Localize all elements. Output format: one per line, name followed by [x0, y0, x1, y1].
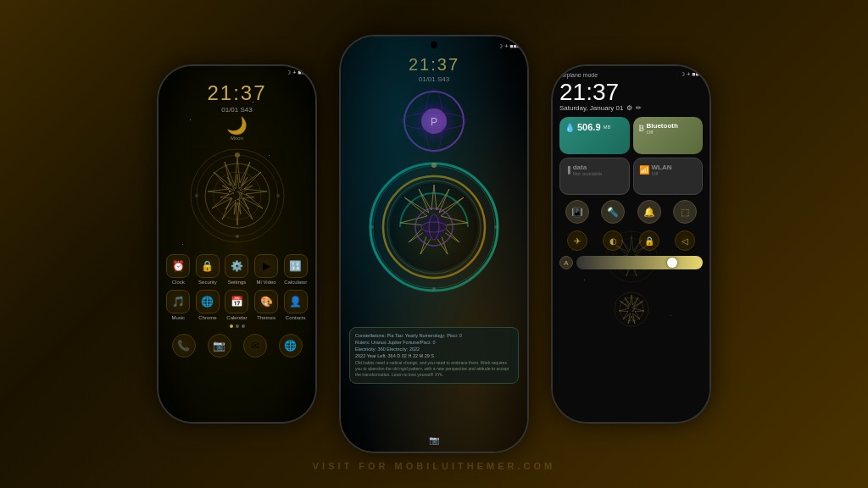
brightness-icon[interactable]: A	[559, 256, 573, 269]
moon-widget: 🌙 Moon	[159, 115, 315, 141]
dot-1	[230, 324, 233, 328]
mandala-left: ☽	[159, 145, 315, 247]
watermark: VISIT FOR MOBILUITHEMER.COM	[313, 461, 555, 471]
dock-browser[interactable]: 🌐	[279, 334, 303, 358]
app-mivideo[interactable]: ▶ Mi Video	[253, 254, 280, 285]
info-line1: Constellations: Pia Tao: Yearly Numerolo…	[355, 333, 513, 338]
mobile-header: ▐ data Not available	[565, 164, 624, 176]
date-icon-1[interactable]: ⚙	[626, 104, 632, 112]
settings-icon[interactable]: ⚙️	[225, 254, 248, 278]
dock-phone[interactable]: 📞	[172, 334, 196, 358]
date-center: 01/01 S43	[341, 75, 527, 83]
vibrate-btn[interactable]: 📳	[565, 200, 589, 224]
wlan-status: Off	[652, 171, 672, 176]
time-center: 21:37	[341, 55, 527, 75]
bluetooth-tile[interactable]: 𝔹 Bluetooth Off	[633, 117, 704, 154]
flashlight-btn[interactable]: 🔦	[601, 200, 625, 224]
svg-point-30	[494, 225, 498, 229]
wlan-tile[interactable]: 📶 WLAN Off	[633, 158, 704, 195]
music-icon[interactable]: 🎵	[166, 290, 190, 313]
app-calculator[interactable]: 🔢 Calculator	[282, 254, 309, 285]
app-chrome[interactable]: 🌐 Chrome	[195, 290, 221, 320]
security-label: Security	[198, 280, 217, 285]
mobile-data-tile[interactable]: ▐ data Not available	[559, 158, 630, 195]
dock-messages[interactable]: ✉	[243, 334, 267, 358]
info-body: Old habits need a radical change, and yo…	[355, 360, 513, 378]
moon-label: Moon	[231, 136, 243, 141]
app-music[interactable]: 🎵 Music	[165, 290, 192, 320]
svg-point-9	[195, 194, 198, 197]
info-text-1: Constellations: Pia Tao: Yearly Numerolo…	[355, 333, 462, 338]
punch-hole-center	[431, 42, 437, 48]
status-icons-center: ☽ + ■■■	[498, 43, 520, 50]
time-left: 21:37	[159, 81, 315, 105]
svg-text:☽: ☽	[231, 189, 242, 202]
neon-orb-container: P	[341, 87, 527, 155]
app-security[interactable]: 🔒 Security	[195, 254, 221, 285]
clock-label: Clock	[172, 280, 185, 285]
info-countdown: 2022 Year Left: 364 D 02 H 22 M 29 S	[355, 353, 513, 358]
airplane-label: Airplane mode	[559, 72, 598, 78]
wifi-icon: 📶	[639, 165, 649, 175]
themes-icon[interactable]: 🎨	[254, 290, 278, 313]
bell-btn[interactable]: 🔔	[637, 200, 661, 224]
status-bar-left: ☽ + ■■■	[159, 66, 315, 80]
signal-icon: ▐	[565, 166, 570, 174]
calendar-icon[interactable]: 📅	[225, 290, 248, 313]
date-icon-2[interactable]: ✏	[636, 104, 642, 112]
app-grid-row2: 🎵 Music 🌐 Chrome 📅 Calendar 🎨 Themes 👤 C…	[159, 288, 315, 322]
app-calendar[interactable]: 📅 Calendar	[224, 290, 250, 320]
svg-point-8	[236, 235, 239, 238]
clock-icon[interactable]: ⏰	[166, 254, 190, 278]
app-themes[interactable]: 🎨 Themes	[253, 290, 280, 320]
data-value: 506.9	[577, 122, 601, 132]
location-btn[interactable]: ◁	[675, 230, 695, 251]
pagination-dots	[159, 324, 315, 328]
settings-label: Settings	[228, 280, 247, 285]
calculator-icon[interactable]: 🔢	[284, 254, 308, 278]
bottom-dock: 📞 📷 ✉ 🌐	[159, 330, 315, 361]
bt-header: 𝔹 Bluetooth Off	[638, 122, 698, 135]
contacts-icon[interactable]: 👤	[284, 290, 308, 313]
app-clock[interactable]: ⏰ Clock	[165, 254, 192, 285]
data-tile[interactable]: 💧 506.9 MB	[559, 117, 630, 154]
mobile-labels: data Not available	[573, 164, 603, 176]
phone-right: Airplane mode ☽ + ■■■ 21:37 Saturday, Ja…	[553, 66, 709, 422]
svg-text:P: P	[431, 116, 437, 128]
chrome-icon[interactable]: 🌐	[196, 290, 220, 313]
wlan-title: WLAN	[652, 164, 672, 171]
mivideo-icon[interactable]: ▶	[254, 254, 278, 278]
info-text-2: Rulers: Uranus Jupiter Fortune/Pisci: 0	[355, 340, 435, 345]
phone-left: ☽ + ■■■ 21:37 01/01 S43 🌙 Moon ☽	[159, 66, 315, 422]
screenshot-btn[interactable]: ⬚	[673, 200, 697, 224]
time-right: 21:37	[553, 80, 709, 104]
security-icon[interactable]: 🔒	[196, 254, 220, 278]
dock-camera[interactable]: 📷	[208, 334, 231, 358]
calendar-label: Calendar	[226, 315, 247, 320]
app-contacts[interactable]: 👤 Contacts	[282, 290, 309, 320]
phone-center: ☽ + ■■■ 21:37 01/01 S43 P	[341, 36, 527, 452]
svg-text:☽: ☽	[628, 306, 634, 313]
date-text-right: Saturday, January 01	[559, 104, 623, 112]
mobile-title: data	[573, 164, 603, 171]
svg-point-29	[370, 225, 374, 229]
svg-point-7	[235, 152, 240, 158]
info-text-5: Old habits need a radical change, and yo…	[355, 360, 509, 377]
data-tile-header: 💧 506.9 MB	[565, 122, 625, 132]
bluetooth-icon: 𝔹	[638, 124, 644, 133]
svg-point-27	[431, 163, 437, 168]
svg-point-10	[276, 194, 280, 197]
bt-title: Bluetooth	[647, 122, 678, 130]
app-settings[interactable]: ⚙️ Settings	[224, 254, 250, 285]
calculator-label: Calculator	[284, 280, 307, 285]
mandala-control-area: ✈ ◐ 🔒 ◁ A	[553, 227, 709, 286]
airplane-btn[interactable]: ✈	[567, 230, 587, 251]
camera-bottom[interactable]: 📷	[429, 435, 439, 445]
wlan-labels: WLAN Off	[652, 164, 672, 176]
bt-status: Off	[647, 130, 678, 135]
contacts-label: Contacts	[286, 315, 306, 320]
neon-orb-svg: P	[400, 87, 468, 155]
bt-labels: Bluetooth Off	[647, 122, 678, 135]
music-label: Music	[171, 315, 185, 320]
brightness-bar[interactable]	[576, 256, 703, 269]
